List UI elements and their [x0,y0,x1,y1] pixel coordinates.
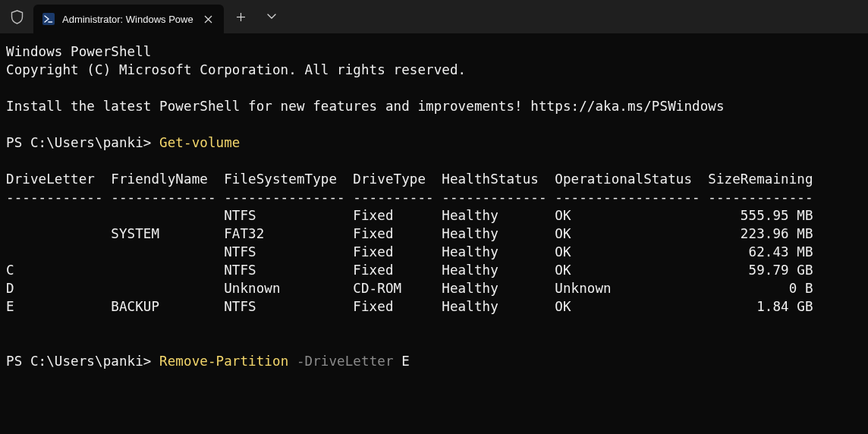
terminal-output[interactable]: Windows PowerShell Copyright (C) Microso… [0,33,868,376]
command-text: Remove-Partition [159,354,288,369]
prompt-prefix: PS C:\Users\panki> [6,354,159,369]
table-row: D Unknown CD-ROM Healthy Unknown 0 B [6,281,813,296]
title-bar: Administrator: Windows Powe [0,0,868,33]
table-row: E BACKUP NTFS Fixed Healthy OK 1.84 GB [6,299,813,314]
command-arg: E [401,354,410,369]
tab-title: Administrator: Windows Powe [62,14,193,25]
active-tab[interactable]: Administrator: Windows Powe [33,5,224,33]
tab-dropdown-button[interactable] [259,0,285,33]
command-param: -DriveLetter [288,354,401,369]
table-row: C NTFS Fixed Healthy OK 59.79 GB [6,263,813,278]
banner-line: Copyright (C) Microsoft Corporation. All… [6,62,466,77]
banner-line: Windows PowerShell [6,44,151,59]
command-text: Get-volume [159,135,240,150]
table-divider: ------------ ------------- -------------… [6,190,813,205]
table-row: NTFS Fixed Healthy OK 555.95 MB [6,208,813,223]
table-row: NTFS Fixed Healthy OK 62.43 MB [6,244,813,259]
shield-icon [0,0,33,33]
banner-line: Install the latest PowerShell for new fe… [6,99,725,114]
close-tab-button[interactable] [201,11,216,27]
new-tab-button[interactable] [224,0,259,33]
prompt-prefix: PS C:\Users\panki> [6,135,159,150]
table-row: SYSTEM FAT32 Fixed Healthy OK 223.96 MB [6,226,813,241]
powershell-icon [42,13,55,25]
table-header: DriveLetter FriendlyName FileSystemType … [6,171,813,187]
